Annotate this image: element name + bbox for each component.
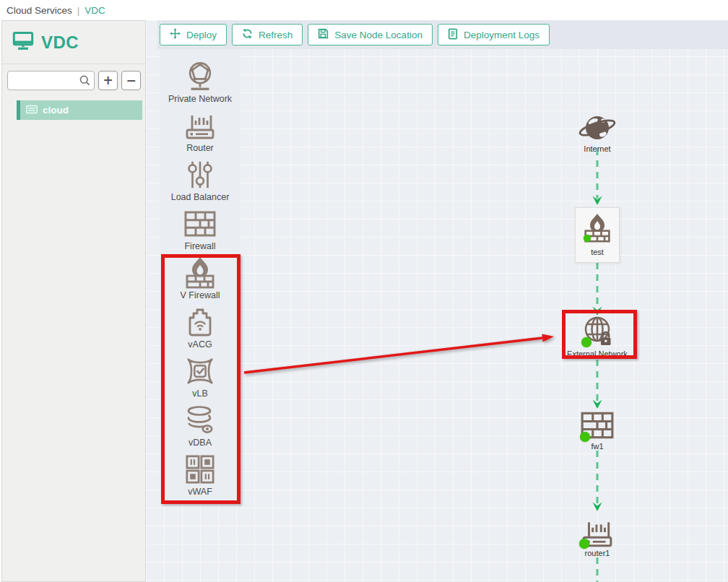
node-test[interactable]: test <box>575 207 620 263</box>
router-icon <box>183 109 217 142</box>
list-icon <box>26 104 38 117</box>
breadcrumb-section[interactable]: Cloud Services <box>6 5 72 16</box>
save-label: Save Node Location <box>334 30 422 40</box>
palette-item-vdba[interactable]: vDBA <box>160 404 240 453</box>
status-dot <box>581 337 592 347</box>
palette-item-vlb[interactable]: vLB <box>160 355 240 404</box>
sidebar-tools: + − <box>2 64 145 95</box>
palette-item-vwaf[interactable]: vWAF <box>160 453 240 502</box>
search-icon <box>79 74 91 90</box>
palette-item-label: Load Balancer <box>171 192 230 202</box>
logs-label: Deployment Logs <box>464 30 540 40</box>
node-label-internet: Internet <box>568 144 626 153</box>
vlb-icon <box>184 355 216 388</box>
palette-item-label: V Firewall <box>181 290 220 300</box>
canvas-toolbar: Deploy Refresh Save Node Location <box>157 20 728 49</box>
sidebar: VDC + − cloud <box>1 20 146 582</box>
refresh-icon <box>242 28 253 41</box>
sidebar-header: VDC <box>2 21 145 64</box>
node-palette: Private Network Router Load Balancer <box>160 49 240 504</box>
private-network-icon <box>183 60 217 93</box>
palette-item-label: vDBA <box>188 438 212 448</box>
breadcrumb: Cloud Services | VDC <box>0 0 728 20</box>
load-balancer-icon <box>185 158 215 191</box>
node-label-router1: router1 <box>576 549 619 557</box>
palette-item-label: vACG <box>188 339 212 349</box>
status-dot <box>580 432 590 442</box>
palette-item-label: vLB <box>192 388 208 399</box>
firewall-icon <box>183 207 217 240</box>
palette-item-load-balancer[interactable]: Load Balancer <box>160 158 240 207</box>
node-router1[interactable] <box>578 517 616 549</box>
status-dot <box>579 539 589 549</box>
v-firewall-icon <box>184 256 216 290</box>
node-label-external-network: External Network <box>563 349 632 358</box>
node-label-fw1: fw1 <box>576 442 619 451</box>
vdba-icon <box>183 404 217 437</box>
move-icon <box>170 28 181 41</box>
node-external-network[interactable] <box>580 313 618 348</box>
breadcrumb-page: VDC <box>84 5 105 16</box>
document-icon <box>448 28 458 42</box>
save-node-location-button[interactable]: Save Node Location <box>308 24 433 45</box>
refresh-button[interactable]: Refresh <box>232 24 303 45</box>
sidebar-title: VDC <box>41 32 79 53</box>
refresh-label: Refresh <box>259 30 292 40</box>
topology-canvas[interactable]: Deploy Refresh Save Node Location <box>146 20 728 582</box>
palette-item-label: vWAF <box>188 487 212 497</box>
node-label-test: test <box>591 248 604 256</box>
breadcrumb-separator: | <box>72 5 85 16</box>
node-fw1[interactable] <box>580 410 615 440</box>
save-icon <box>318 28 329 41</box>
tree-item-cloud[interactable]: cloud <box>17 100 142 120</box>
palette-item-label: Router <box>186 143 214 153</box>
palette-item-label: Firewall <box>184 241 215 251</box>
monitor-icon <box>12 31 34 53</box>
deployment-logs-button[interactable]: Deployment Logs <box>438 24 550 45</box>
vwaf-icon <box>185 453 215 486</box>
deploy-button[interactable]: Deploy <box>160 24 227 45</box>
add-button[interactable]: + <box>98 71 118 90</box>
vdc-tree: cloud <box>2 95 145 120</box>
palette-item-label: Private Network <box>168 94 232 104</box>
palette-item-v-firewall[interactable]: V Firewall <box>160 256 240 305</box>
status-dot <box>584 235 591 242</box>
palette-item-router[interactable]: Router <box>160 109 240 158</box>
vacg-icon <box>184 305 216 339</box>
remove-button[interactable]: − <box>121 71 141 90</box>
palette-item-private-network[interactable]: Private Network <box>160 60 240 109</box>
palette-item-vacg[interactable]: vACG <box>160 305 240 355</box>
deploy-label: Deploy <box>186 30 217 40</box>
palette-item-firewall[interactable]: Firewall <box>160 207 240 256</box>
tree-item-label: cloud <box>43 105 69 116</box>
node-internet[interactable] <box>578 111 616 144</box>
